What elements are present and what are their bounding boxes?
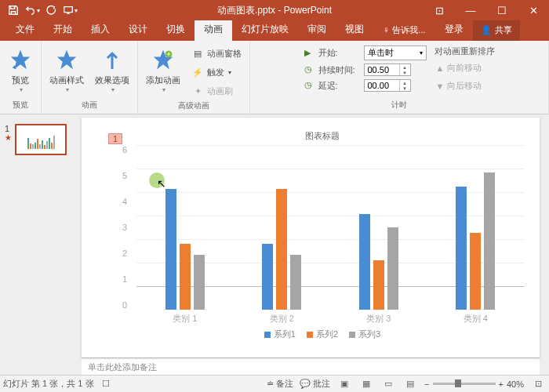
slideshow-view-button[interactable]: ▤ <box>402 378 418 390</box>
clock-icon: ◷ <box>304 80 315 91</box>
duration-label: 持续时间: <box>318 64 361 76</box>
effect-options-button[interactable]: 效果选项▾ <box>93 44 131 95</box>
group-label-adv-animation: 高级动画 <box>178 99 209 113</box>
close-button[interactable]: ✕ <box>518 0 549 20</box>
sign-in[interactable]: 登录 <box>435 19 473 41</box>
ribbon: 预览▾ 预览 动画样式▾ 效果选项▾ 动画 添加动画▾ ▤动画窗格 ⚡触发▾ ✦… <box>0 41 549 114</box>
delay-input[interactable]: 00.00▲▼ <box>364 79 411 92</box>
y-axis: 0123456 <box>122 145 127 310</box>
group-label-animation: 动画 <box>82 98 97 112</box>
chart-legend: 系列1系列2系列3 <box>121 325 524 343</box>
maximize-button[interactable]: ☐ <box>486 0 518 20</box>
tab-insert[interactable]: 插入 <box>82 19 119 41</box>
undo-button[interactable]: ▾ <box>24 2 41 19</box>
zoom-control[interactable]: −+40% <box>424 379 524 389</box>
group-advanced-animation: 添加动画▾ ▤动画窗格 ⚡触发▾ ✦动画刷 高级动画 <box>138 41 250 114</box>
tab-animations[interactable]: 动画 <box>195 19 232 41</box>
status-bar: 幻灯片 第 1 张，共 1 张 ☐ ≐ 备注 💬 批注 ▣ ▦ ▭ ▤ −+40… <box>0 375 549 392</box>
tab-transitions[interactable]: 切换 <box>157 19 195 41</box>
reorder-heading: 对动画重新排序 <box>434 45 495 57</box>
play-icon: ▶ <box>304 48 315 59</box>
ribbon-options-icon[interactable]: ⊡ <box>424 0 455 20</box>
slide-thumbnails: 1★ <box>0 114 78 375</box>
thumb-number: 1 <box>5 124 12 133</box>
save-button[interactable] <box>5 2 22 19</box>
group-label-timing: 计时 <box>391 98 407 112</box>
pane-icon: ▤ <box>191 47 204 60</box>
tab-slideshow[interactable]: 幻灯片放映 <box>232 19 298 41</box>
content-area: 1★ 1 图表标题 0123456 类别 1类别 2类别 3类别 4 系列1系列… <box>0 114 549 375</box>
delay-label: 延迟: <box>318 80 361 92</box>
sorter-view-button[interactable]: ▦ <box>358 378 374 390</box>
comments-button[interactable]: 💬 批注 <box>300 378 330 390</box>
normal-view-button[interactable]: ▣ <box>336 378 352 390</box>
reading-view-button[interactable]: ▭ <box>380 378 396 390</box>
start-label: 开始: <box>318 47 361 59</box>
ribbon-tabs: 文件 开始 插入 设计 切换 动画 幻灯片放映 审阅 视图 ♀ 告诉我... 登… <box>0 20 549 41</box>
slideshow-button[interactable]: ▾ <box>61 2 78 19</box>
trigger-icon: ⚡ <box>191 66 204 78</box>
quick-access-toolbar: ▾ ▾ <box>0 2 83 19</box>
tell-me[interactable]: ♀ 告诉我... <box>373 20 435 41</box>
minimize-button[interactable]: ― <box>455 0 486 20</box>
language-icon[interactable]: ☐ <box>102 379 110 389</box>
chart-bars <box>136 145 524 310</box>
redo-button[interactable] <box>42 2 60 19</box>
up-icon: ▲ <box>436 64 445 73</box>
move-earlier-button[interactable]: ▲向前移动 <box>434 60 495 75</box>
title-bar: ▾ ▾ 动画图表.pptx - PowerPoint ⊡ ― ☐ ✕ <box>0 0 549 20</box>
group-preview: 预览▾ 预览 <box>0 41 42 114</box>
slide-canvas[interactable]: 1 图表标题 0123456 类别 1类别 2类别 3类别 4 系列1系列2系列… <box>82 118 540 358</box>
add-animation-button[interactable]: 添加动画▾ <box>144 44 182 95</box>
person-icon: 👤 <box>481 25 492 35</box>
chart-plot: 0123456 类别 1类别 2类别 3类别 4 <box>136 145 524 325</box>
svg-marker-0 <box>11 50 31 70</box>
tab-home[interactable]: 开始 <box>44 19 82 41</box>
tab-view[interactable]: 视图 <box>336 19 373 41</box>
svg-marker-2 <box>57 50 77 70</box>
animation-pane-button[interactable]: ▤动画窗格 <box>190 45 243 61</box>
duration-input[interactable]: 00.50▲▼ <box>364 64 411 76</box>
slide-counter: 幻灯片 第 1 张，共 1 张 <box>3 378 94 390</box>
notes-pane[interactable]: 单击此处添加备注 <box>82 358 540 375</box>
preview-button[interactable]: 预览▾ <box>6 44 35 95</box>
animation-painter-button[interactable]: ✦动画刷 <box>190 83 243 99</box>
cursor-icon: ↖ <box>157 177 166 190</box>
chart-title: 图表标题 <box>121 127 524 145</box>
share-button[interactable]: 👤共享 <box>473 20 520 41</box>
start-select[interactable]: 单击时▾ <box>364 45 427 60</box>
down-icon: ▼ <box>436 82 445 91</box>
clock-icon: ◷ <box>304 64 315 75</box>
tab-design[interactable]: 设计 <box>119 19 157 41</box>
slide-thumbnail-1[interactable] <box>15 124 67 155</box>
tab-file[interactable]: 文件 <box>6 19 44 41</box>
slide-editor: 1 图表标题 0123456 类别 1类别 2类别 3类别 4 系列1系列2系列… <box>78 114 549 375</box>
tab-review[interactable]: 审阅 <box>298 19 336 41</box>
animation-styles-button[interactable]: 动画样式▾ <box>48 44 85 95</box>
notes-button[interactable]: ≐ 备注 <box>267 378 293 390</box>
painter-icon: ✦ <box>191 85 204 97</box>
group-animation: 动画样式▾ 效果选项▾ 动画 <box>42 41 138 114</box>
fit-button[interactable]: ⊡ <box>530 378 546 390</box>
move-later-button[interactable]: ▼向后移动 <box>434 78 495 93</box>
chart[interactable]: 图表标题 0123456 类别 1类别 2类别 3类别 4 系列1系列2系列3 <box>121 127 524 343</box>
trigger-button[interactable]: ⚡触发▾ <box>190 64 243 80</box>
animation-indicator-icon: ★ <box>5 133 12 142</box>
window-controls: ⊡ ― ☐ ✕ <box>424 0 549 20</box>
group-label-preview: 预览 <box>13 98 28 112</box>
x-axis: 类别 1类别 2类别 3类别 4 <box>136 310 524 325</box>
group-timing: ▶开始:单击时▾ ◷持续时间:00.50▲▼ ◷延迟:00.00▲▼ 对动画重新… <box>250 41 549 114</box>
